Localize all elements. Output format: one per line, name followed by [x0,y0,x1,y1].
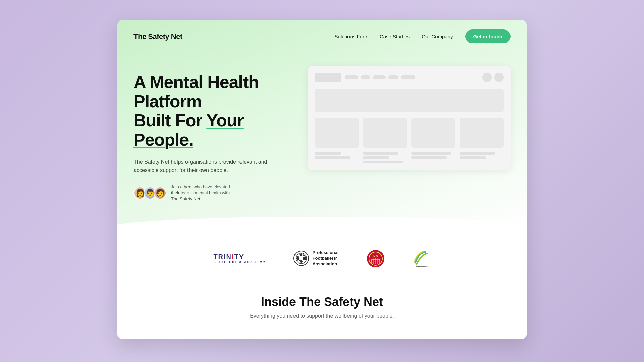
site-logo: The Safety Net [133,32,182,41]
mock-card [411,118,455,148]
mock-card [363,118,407,148]
mock-label-group [411,152,455,163]
svg-line-5 [299,260,300,262]
mock-nav [345,75,479,79]
hero-section: The Safety Net Solutions For ▾ Case Stud… [117,20,527,229]
logo-pfa: Professional Footballers' Association [293,250,339,267]
mock-label-group [363,152,407,163]
social-proof: Join others who have elevated their team… [133,184,288,202]
nav-our-company[interactable]: Our Company [422,34,453,39]
mock-card [315,118,359,148]
mock-icon [494,73,504,82]
svg-text:LFC: LFC [373,255,378,257]
mock-label-line [363,156,389,159]
inside-title: Inside The Safety Net [133,295,511,309]
pfa-icon [293,250,309,266]
mock-logo [315,73,341,82]
mock-label-line [460,152,495,155]
mock-banner [315,89,504,112]
trinity-academy-halifax-icon: Trinity Academy Halifax [412,249,431,268]
mock-label-line [315,156,350,159]
mock-nav-item [345,75,358,79]
chevron-down-icon: ▾ [366,34,368,39]
mock-topbar [315,73,504,82]
hero-subtext: The Safety Net helps organisations provi… [133,158,288,175]
nav-links: Solutions For ▾ Case Studies Our Company… [335,29,511,43]
nav-solutions-for[interactable]: Solutions For ▾ [335,34,368,39]
browser-window: The Safety Net Solutions For ▾ Case Stud… [117,20,527,339]
mock-nav-item [388,75,398,79]
mock-card [460,118,504,148]
mock-nav-item [361,75,370,79]
navbar: The Safety Net Solutions For ▾ Case Stud… [117,20,527,53]
hero-content: A Mental Health Platform Built For Your … [117,53,527,229]
svg-line-4 [303,260,303,262]
mock-label-line [460,156,486,159]
logos-section: TRINITY SIXTH FORM ACADEMY [117,229,527,288]
inside-subtitle: Everything you need to support the wellb… [133,313,511,319]
nav-case-studies[interactable]: Case Studies [380,34,410,39]
mock-card-labels [315,152,504,163]
avatar-group [133,187,166,199]
mock-label-line [411,152,451,155]
inside-section: Inside The Safety Net Everything you nee… [117,288,527,339]
logo-lfc: LFC [366,249,385,268]
lfc-crest-icon: LFC [366,249,385,268]
avatar [154,187,166,199]
get-in-touch-button[interactable]: Get in touch [465,29,511,43]
mock-nav-item [373,75,386,79]
mock-label-group [315,152,359,163]
svg-text:Trinity Academy: Trinity Academy [415,266,428,268]
dashboard-mockup [308,66,511,170]
mock-label-group [460,152,504,163]
mock-cards-grid [315,118,504,148]
mock-label-line [411,156,447,159]
logo-trinity-academy-halifax: Trinity Academy Halifax [412,249,431,268]
hero-text-block: A Mental Health Platform Built For Your … [133,66,288,202]
hero-heading: A Mental Health Platform Built For Your … [133,73,288,149]
mock-label-line [363,152,398,155]
mock-label-line [363,161,403,163]
mock-icon [482,73,492,82]
mock-nav-item [401,75,415,79]
logo-trinity-sixth-form: TRINITY SIXTH FORM ACADEMY [213,253,266,264]
mock-label-line [315,152,341,155]
pfa-text: Professional Footballers' Association [313,250,339,267]
social-proof-text: Join others who have elevated their team… [171,184,238,202]
mock-icon-group [482,73,504,82]
